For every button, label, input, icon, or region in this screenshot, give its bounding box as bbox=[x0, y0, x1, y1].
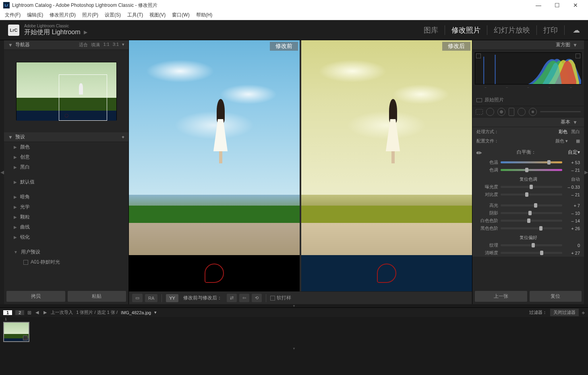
brush-tool-icon[interactable] bbox=[529, 108, 537, 116]
minimize-button[interactable]: — bbox=[529, 0, 548, 10]
basic-header[interactable]: 基本 ▼ bbox=[472, 117, 584, 127]
gradient-tool-icon[interactable] bbox=[509, 108, 514, 116]
previous-button[interactable]: 上一张 bbox=[475, 291, 527, 302]
menu-develop[interactable]: 修改照片(D) bbox=[46, 11, 79, 19]
whites-value[interactable]: – 14 bbox=[565, 218, 580, 223]
menu-edit[interactable]: 编辑(E) bbox=[24, 11, 46, 19]
preset-group-sharpen[interactable]: ▶锐化 bbox=[4, 232, 128, 242]
eyedropper-icon[interactable]: ✎ bbox=[475, 146, 486, 158]
preset-user-item[interactable]: A01-静默时光 bbox=[4, 257, 128, 267]
navigator-view[interactable]: 〇 bbox=[4, 50, 128, 132]
grid-icon[interactable]: ⊞ bbox=[27, 310, 31, 315]
nav-back-icon[interactable]: ◀ bbox=[35, 310, 39, 315]
treatment-bw[interactable]: 黑白 bbox=[571, 129, 580, 134]
monitor-2-button[interactable]: 2 bbox=[15, 310, 24, 315]
presets-header[interactable]: ▼ 预设 + bbox=[4, 132, 128, 142]
redeye-tool-icon[interactable] bbox=[497, 108, 505, 116]
preset-group-user[interactable]: ▼用户预设 bbox=[4, 247, 128, 257]
preset-group-vignette[interactable]: ▶暗角 bbox=[4, 192, 128, 202]
bottom-collapse-handle[interactable]: ▼ bbox=[0, 304, 588, 307]
module-develop[interactable]: 修改照片 bbox=[445, 25, 487, 35]
auto-tone-button[interactable]: 自动 bbox=[571, 176, 580, 182]
ra-button[interactable]: RA bbox=[145, 294, 157, 302]
module-print[interactable]: 打印 bbox=[537, 25, 565, 35]
header-title[interactable]: 开始使用 Lightroom bbox=[24, 28, 81, 37]
zoom-fit[interactable]: 适合 bbox=[79, 42, 88, 48]
menu-settings[interactable]: 设置(S) bbox=[101, 11, 124, 19]
after-pane[interactable]: 修改后 bbox=[301, 40, 472, 291]
blacks-slider[interactable] bbox=[501, 227, 562, 229]
shadows-slider[interactable] bbox=[501, 212, 562, 214]
nav-forward-icon[interactable]: ▶ bbox=[43, 310, 48, 315]
preset-group-curves[interactable]: ▶曲线 bbox=[4, 222, 128, 232]
copy-button[interactable]: 拷贝 bbox=[6, 291, 65, 302]
crop-tool-icon[interactable] bbox=[476, 109, 483, 115]
blacks-value[interactable]: + 26 bbox=[565, 226, 580, 231]
menu-window[interactable]: 窗口(W) bbox=[169, 11, 193, 19]
temp-value[interactable]: + 53 bbox=[565, 160, 580, 165]
menu-photo[interactable]: 照片(P) bbox=[79, 11, 101, 19]
module-library[interactable]: 图库 bbox=[417, 25, 445, 35]
preset-group-defaults[interactable]: ▶默认值 bbox=[4, 177, 128, 187]
filter-dropdown[interactable]: 关闭过滤器 bbox=[550, 309, 579, 316]
filmstrip-thumb[interactable]: 1 bbox=[3, 322, 29, 342]
profile-browser-icon[interactable]: ▦ bbox=[568, 138, 580, 144]
module-slideshow[interactable]: 幻灯片放映 bbox=[487, 25, 537, 35]
right-collapse-handle[interactable]: ▶ bbox=[584, 40, 588, 304]
left-collapse-handle[interactable]: ◀ bbox=[0, 40, 4, 304]
copy-before-button[interactable]: ⇦ bbox=[239, 294, 249, 302]
radial-tool-icon[interactable] bbox=[518, 108, 526, 116]
profile-dropdown[interactable]: 颜色 ▾ bbox=[499, 138, 568, 144]
treatment-color[interactable]: 彩色 bbox=[559, 129, 567, 134]
texture-value[interactable]: 0 bbox=[565, 243, 580, 248]
zoom-3to1[interactable]: 3:1 bbox=[113, 42, 119, 48]
preset-group-bw[interactable]: ▶黑白 bbox=[4, 162, 128, 172]
loupe-view-button[interactable]: ▭ bbox=[132, 294, 143, 302]
temp-slider[interactable] bbox=[501, 161, 562, 163]
copy-after-button[interactable]: ⟲ bbox=[252, 294, 262, 302]
brush-size-slider[interactable] bbox=[540, 111, 581, 112]
highlight-clip-icon[interactable] bbox=[576, 54, 580, 58]
exposure-value[interactable]: – 0.33 bbox=[565, 185, 580, 190]
shadows-value[interactable]: – 10 bbox=[565, 211, 580, 216]
source-label[interactable]: 上一次导入 bbox=[51, 309, 73, 315]
clarity-value[interactable]: + 27 bbox=[565, 251, 580, 255]
navigator-header[interactable]: ▼ 导航器 适合 填满 1:1 3:1 ▾ bbox=[4, 40, 128, 50]
filmstrip[interactable]: 1 bbox=[0, 317, 588, 347]
preset-group-color[interactable]: ▶颜色 bbox=[4, 142, 128, 152]
menu-tools[interactable]: 工具(T) bbox=[124, 11, 146, 19]
original-photo-toggle[interactable]: 原始照片 bbox=[472, 94, 584, 106]
tint-slider[interactable] bbox=[501, 169, 562, 171]
wb-dropdown[interactable]: 自定 ▾ bbox=[568, 149, 580, 156]
shadow-clip-icon[interactable] bbox=[476, 54, 481, 58]
before-pane[interactable]: 修改前 bbox=[129, 40, 300, 291]
close-button[interactable]: ✕ bbox=[566, 0, 585, 10]
tint-value[interactable]: – 21 bbox=[565, 168, 580, 173]
paste-button[interactable]: 粘贴 bbox=[68, 291, 126, 302]
maximize-button[interactable]: ☐ bbox=[548, 0, 566, 10]
exposure-slider[interactable] bbox=[501, 186, 562, 188]
whites-slider[interactable] bbox=[501, 220, 562, 222]
zoom-more-icon[interactable]: ▾ bbox=[122, 42, 124, 48]
contrast-value[interactable]: – 21 bbox=[565, 192, 580, 197]
monitor-1-button[interactable]: 1 bbox=[3, 310, 12, 315]
navigator-frame[interactable] bbox=[59, 74, 107, 121]
histogram-header[interactable]: 直方图 ▼ bbox=[472, 40, 584, 50]
menu-view[interactable]: 视图(V) bbox=[146, 11, 169, 19]
zoom-fill[interactable]: 填满 bbox=[91, 42, 100, 48]
histogram[interactable]: −−−−− bbox=[472, 50, 584, 94]
filmstrip-collapse-handle[interactable]: ▼ bbox=[0, 347, 588, 350]
add-preset-icon[interactable]: + bbox=[122, 134, 124, 140]
reset-button[interactable]: 复位 bbox=[530, 291, 582, 302]
filter-lock-icon[interactable]: ⎆ bbox=[582, 310, 585, 315]
swap-button[interactable]: ⇄ bbox=[227, 294, 237, 302]
spot-tool-icon[interactable] bbox=[486, 108, 494, 116]
preset-group-optics[interactable]: ▶光学 bbox=[4, 202, 128, 212]
highlights-value[interactable]: + 7 bbox=[565, 203, 580, 208]
clarity-slider[interactable] bbox=[501, 252, 562, 254]
texture-slider[interactable] bbox=[501, 244, 562, 246]
softproof-toggle[interactable]: 软打样 bbox=[270, 295, 291, 301]
menu-file[interactable]: 文件(F) bbox=[2, 11, 24, 19]
preset-group-creative[interactable]: ▶创意 bbox=[4, 152, 128, 162]
yy-button[interactable]: YY bbox=[166, 294, 178, 302]
